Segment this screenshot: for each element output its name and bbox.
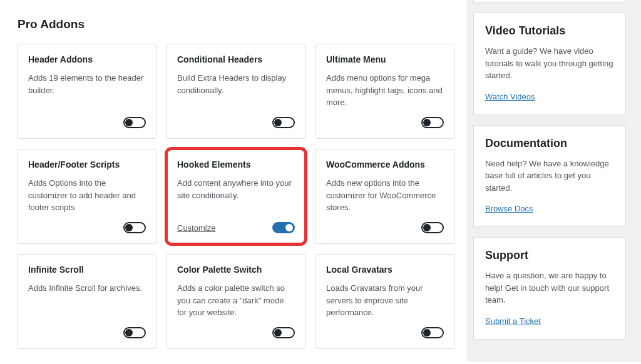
toggle-switch[interactable] (421, 117, 444, 128)
addon-desc: Adds Options into the customizer to add … (28, 177, 146, 215)
addon-card-header-footer-scripts: Header/Footer Scripts Adds Options into … (18, 149, 156, 244)
addon-card-ultimate-menu: Ultimate Menu Adds menu options for mega… (315, 44, 454, 139)
addon-footer: Customize (177, 222, 295, 233)
addon-footer (177, 327, 295, 338)
toggle-switch[interactable] (272, 222, 295, 233)
side-title: Support (485, 249, 614, 262)
addon-card-header-addons: Header Addons Adds 19 elements to the he… (18, 44, 156, 139)
side-desc: Want a guide? We have video tutorials to… (485, 45, 614, 82)
addon-desc: Build Extra Headers to display condition… (177, 72, 295, 109)
addon-card-conditional-headers: Conditional Headers Build Extra Headers … (167, 44, 305, 139)
addon-footer (177, 117, 295, 128)
customize-link[interactable]: Customize (177, 223, 215, 233)
addon-title: Header Addons (28, 54, 146, 64)
side-desc: Need help? We have a knowledge base full… (485, 158, 614, 195)
toggle-switch[interactable] (272, 117, 295, 128)
addon-title: Local Gravatars (326, 265, 444, 275)
addon-desc: Adds menu options for mega menus, highli… (326, 72, 444, 109)
toggle-switch[interactable] (123, 222, 146, 233)
submit-ticket-link[interactable]: Submit a Ticket (485, 316, 541, 326)
addon-desc: Adds a color palette switch so you can c… (177, 282, 295, 320)
toggle-switch[interactable] (123, 327, 146, 338)
toggle-switch[interactable] (421, 327, 444, 338)
browse-docs-link[interactable]: Browse Docs (485, 204, 533, 213)
addon-card-hooked-elements: Hooked Elements Add content anywhere int… (167, 149, 305, 244)
addon-desc: Adds 19 elements to the header builder. (28, 72, 146, 109)
side-desc: Have a question, we are happy to help! G… (485, 270, 614, 306)
sidebar-top-fragment (473, 0, 626, 3)
addon-footer (28, 327, 146, 338)
addon-card-local-gravatars: Local Gravatars Loads Gravatars from you… (315, 254, 454, 349)
watch-videos-link[interactable]: Watch Videos (485, 92, 535, 101)
addon-title: Ultimate Menu (326, 54, 444, 64)
addon-title: Infinite Scroll (28, 265, 146, 275)
addon-title: Conditional Headers (177, 54, 295, 64)
addon-footer (326, 327, 444, 338)
side-card-documentation: Documentation Need help? We have a knowl… (473, 125, 626, 228)
addon-card-woocommerce-addons: WooCommerce Addons Adds new options into… (315, 149, 454, 244)
toggle-switch[interactable] (272, 327, 295, 338)
side-title: Documentation (485, 137, 614, 150)
addon-footer (28, 222, 146, 233)
addon-footer (326, 222, 444, 233)
addon-title: WooCommerce Addons (326, 159, 444, 169)
addon-card-color-palette-switch: Color Palette Switch Adds a color palett… (167, 254, 305, 349)
side-card-support: Support Have a question, we are happy to… (473, 237, 626, 340)
addon-desc: Loads Gravatars from your servers to imp… (326, 282, 444, 320)
addon-footer (326, 117, 444, 128)
sidebar: Video Tutorials Want a guide? We have vi… (467, 0, 641, 361)
addon-footer (28, 117, 146, 128)
addon-title: Header/Footer Scripts (28, 159, 146, 169)
toggle-switch[interactable] (123, 117, 146, 128)
toggle-switch[interactable] (421, 222, 444, 233)
addon-desc: Adds new options into the customizer for… (326, 177, 444, 215)
addon-desc: Adds Infinite Scroll for archives. (28, 282, 146, 320)
addon-title: Hooked Elements (177, 159, 295, 169)
addon-card-infinite-scroll: Infinite Scroll Adds Infinite Scroll for… (18, 254, 156, 349)
side-card-video-tutorials: Video Tutorials Want a guide? We have vi… (473, 13, 626, 115)
section-title: Pro Addons (18, 18, 454, 31)
side-title: Video Tutorials (485, 24, 614, 38)
addon-desc: Add content anywhere into your site cond… (177, 177, 295, 215)
addon-title: Color Palette Switch (177, 265, 295, 275)
addon-grid: Header Addons Adds 19 elements to the he… (18, 44, 454, 349)
